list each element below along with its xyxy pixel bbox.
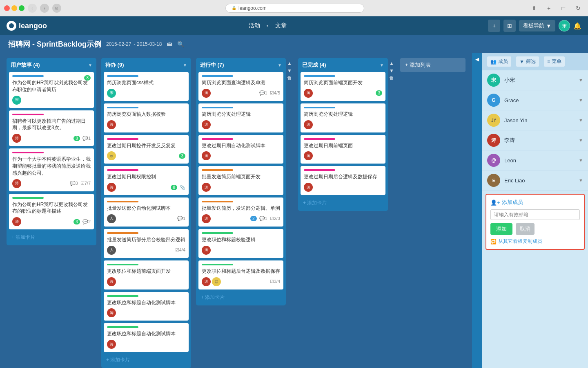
card-c7[interactable]: 更改过期日期控件开发反反复复 @ 3	[104, 135, 189, 164]
card-text: 更改过期日期后台逻辑及数据保存	[304, 173, 382, 180]
card-c17[interactable]: 批量发送简历前端页面开发 涛	[198, 166, 283, 195]
column-dropdown-todo[interactable]: ▼	[183, 63, 187, 67]
col-down-btn[interactable]: ▼	[287, 68, 292, 74]
card-footer: 涛	[202, 183, 280, 192]
card-text: 批量发送简历部分后台校验部分逻辑	[107, 236, 185, 243]
card-meta: 💬1 ☑4/5	[259, 90, 280, 96]
grid-icon[interactable]: ⊞	[503, 20, 516, 32]
card-c14[interactable]: 简历浏览页面查询逻辑及单测 涛 💬1 ☑4/5	[198, 72, 283, 101]
column-dropdown-done[interactable]: ▼	[380, 63, 384, 67]
forward-btn[interactable]: ›	[40, 4, 49, 13]
card-c16[interactable]: 更改过期日期自动化测试脚本 涛	[198, 135, 283, 164]
url-bar[interactable]: 🔒 leangoo.com	[225, 4, 364, 13]
nav-right: + ⊞ 看板导航 ▼ 宋 🔔	[488, 20, 581, 32]
card-c23[interactable]: 更改过期日期前端页面 涛	[301, 135, 385, 164]
col-down-btn-done[interactable]: ▼	[389, 68, 394, 74]
back-btn[interactable]: ‹	[28, 4, 37, 13]
card-c24[interactable]: 更改过期日期后台逻辑及数据保存 涛	[301, 166, 385, 195]
add-member-email-input[interactable]	[490, 209, 580, 220]
add-column-btn[interactable]: + 添加列表	[400, 58, 466, 72]
copy-members-btn[interactable]: 🔁 从其它看板复制成员	[490, 238, 580, 245]
column-inprogress-wrapper: 进行中 (7) ▼ 简历浏览页面查询逻辑及单测 涛 💬1 ☑4/5	[196, 58, 293, 305]
member-name-jy: Jason Yin	[504, 117, 575, 123]
maximize-window-btn[interactable]	[19, 5, 24, 11]
card-text: 批量发送简历前端页面开发	[202, 173, 280, 180]
mountain-icon[interactable]: 🏔	[167, 41, 172, 47]
members-tab[interactable]: 👥 成员	[487, 56, 511, 67]
member-filter-leon[interactable]: ▼	[579, 158, 583, 163]
card-c12[interactable]: 更改职位和标题自动化测试脚本 涛	[104, 292, 189, 321]
member-avatar-song: 宋	[487, 74, 500, 87]
card-label	[12, 197, 44, 199]
card-avatar: 涛	[202, 89, 211, 98]
card-footer: 涛 💬1 ☑4/5	[202, 89, 280, 98]
add-member-confirm-btn[interactable]: 添加	[490, 223, 512, 235]
member-filter-li[interactable]: ▼	[579, 138, 583, 143]
add-card-btn-done[interactable]: + 添加卡片	[301, 197, 385, 209]
sidebar-toggle-btn[interactable]: ◀	[472, 53, 482, 368]
comment-icon: 💬1	[259, 90, 267, 96]
card-c6[interactable]: 简历浏览页面输入数据校验 涛	[104, 103, 189, 132]
add-card-btn-inprogress[interactable]: + 添加卡片	[198, 292, 283, 303]
card-c3[interactable]: 作为一个大学本科英语系毕业生，我期望能够批量的将我的简历发送给我感兴趣的公司。 …	[9, 148, 94, 191]
refresh-btn[interactable]: ↻	[572, 4, 584, 13]
share-btn[interactable]: ⬆	[528, 4, 540, 13]
card-c18[interactable]: 批量发送简历，发送部分逻辑、单测 涛 2 💬1 ☑2/3	[198, 197, 283, 227]
add-card-btn-stories[interactable]: + 添加卡片	[9, 232, 94, 243]
card-c8[interactable]: 更改过期日期权限控制 涛 8 📎	[104, 166, 189, 195]
menu-tab[interactable]: ≡ 菜单	[544, 56, 565, 67]
tab-view-btn[interactable]: ⊡	[52, 4, 61, 13]
card-meta: 3 💬2	[74, 219, 91, 224]
card-c5[interactable]: 简历浏览页面css样式 宋	[104, 72, 189, 101]
close-window-btn[interactable]	[4, 5, 10, 11]
minimize-window-btn[interactable]	[11, 5, 17, 11]
card-c11[interactable]: 更改职位和标题前端页面开发 涛	[104, 260, 189, 289]
column-dropdown-inprogress[interactable]: ▼	[278, 63, 282, 67]
card-footer: 涛	[107, 308, 185, 317]
add-member-cancel-btn[interactable]: 取消	[516, 223, 535, 235]
add-member-title[interactable]: 👤+ 添加成员	[490, 199, 580, 206]
card-c9[interactable]: 批量发送部分自动化测试脚本 人 💬1	[104, 197, 189, 227]
col-delete-btn-done[interactable]: 🗑	[389, 75, 394, 81]
user-avatar-btn[interactable]: 宋	[559, 20, 570, 31]
card-avatar-at: @	[212, 277, 221, 286]
col-up-btn-done[interactable]: ▲	[389, 61, 394, 66]
card-c21[interactable]: 简历浏览页面前端页面开发 涛 3	[301, 72, 385, 101]
search-icon[interactable]: 🔍	[177, 41, 184, 47]
card-c2[interactable]: 招聘者可以更改招聘广告的过期日期，最多可以改变3次。 涛 8 💬1	[9, 110, 94, 146]
member-filter-jy[interactable]: ▼	[579, 118, 583, 123]
column-dropdown-user-stories[interactable]: ▼	[88, 63, 92, 67]
card-meta: 3	[376, 90, 382, 96]
card-c13[interactable]: 更改职位和标题自动化测试脚本 涛	[104, 323, 189, 352]
card-avatar: 涛	[202, 246, 211, 255]
card-text: 更改过期日期前端页面	[304, 142, 382, 149]
member-avatar-grace: G	[487, 94, 500, 107]
member-filter-song[interactable]: ▼	[579, 78, 583, 83]
member-filter-eric[interactable]: ▼	[579, 178, 583, 183]
checklist-icon: ☑4/5	[270, 90, 280, 96]
col-delete-btn[interactable]: 🗑	[287, 75, 292, 81]
col-up-btn[interactable]: ▲	[287, 61, 292, 66]
card-c20[interactable]: 更改职位和标题后台逻辑及数据保存 涛 @ ☑3/4	[198, 260, 283, 289]
filter-tab[interactable]: ▼ 筛选	[516, 56, 539, 67]
card-c19[interactable]: 更改职位和标题校验逻辑 涛	[198, 229, 283, 258]
member-filter-grace[interactable]: ▼	[579, 98, 583, 103]
card-c15[interactable]: 简历浏览分页处理逻辑 涛	[198, 103, 283, 132]
notification-btn[interactable]: 🔔	[573, 22, 581, 30]
card-label	[12, 152, 44, 153]
new-tab-btn[interactable]: +	[543, 4, 555, 13]
card-c10[interactable]: 批量发送简历部分后台校验部分逻辑 人 ☑4/4	[104, 229, 189, 258]
add-card-btn-todo[interactable]: + 添加卡片	[104, 355, 189, 366]
nav-activity[interactable]: 活动	[249, 22, 260, 29]
sidebar-btn[interactable]: ⊏	[558, 4, 569, 13]
member-avatar-eric: E	[487, 174, 500, 187]
checklist-icon: ☑3/4	[270, 279, 280, 284]
card-c1[interactable]: 作为公司的HR我可以浏览我公司发布职位的申请者简历 宋 8	[9, 72, 94, 108]
card-footer: 宋	[107, 89, 185, 98]
member-name-song: 小宋	[504, 76, 575, 84]
board-nav-btn[interactable]: 看板导航 ▼	[519, 20, 555, 31]
card-c4[interactable]: 作为公司的HR我可以更改我公司发布的职位的标题和描述 涛 3 💬2	[9, 194, 94, 230]
nav-article[interactable]: 文章	[275, 22, 287, 29]
card-c22[interactable]: 简历浏览分页处理逻辑 涛	[301, 103, 385, 132]
add-btn[interactable]: +	[488, 20, 500, 32]
